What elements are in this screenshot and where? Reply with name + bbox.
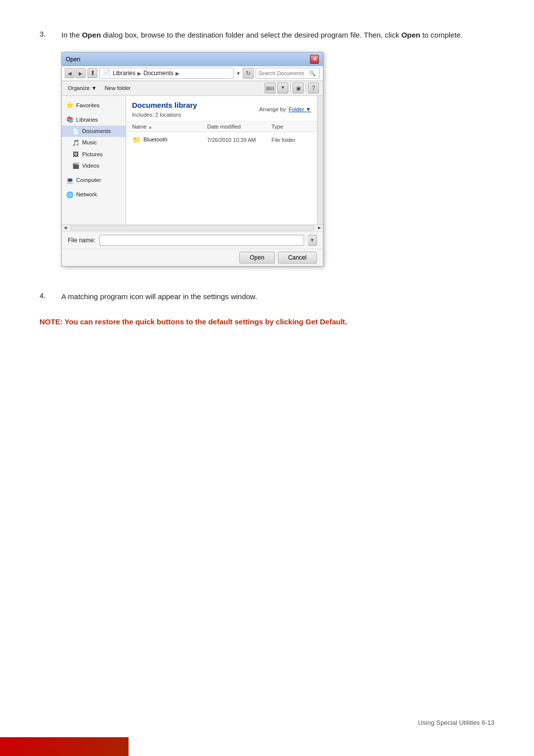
- panes-button[interactable]: ▣: [293, 83, 304, 93]
- cancel-button[interactable]: Cancel: [278, 252, 317, 264]
- sidebar-item-network[interactable]: 🌐 Network: [62, 189, 126, 200]
- folder-icon: 📁: [132, 135, 141, 144]
- help-button[interactable]: ?: [308, 83, 319, 93]
- sort-arrow: ▲: [148, 125, 152, 130]
- dialog-toolbar: Organize ▼ New folder ⊞⊟ ▼ ▣ ?: [62, 81, 323, 96]
- dialog-close-button[interactable]: ✕: [310, 55, 319, 64]
- scroll-right-button[interactable]: ▶: [316, 225, 323, 230]
- arrange-by-value[interactable]: Folder ▼: [289, 105, 311, 114]
- up-button[interactable]: ⬆: [88, 68, 97, 78]
- step3-bold1: Open: [82, 31, 101, 39]
- filename-label: File name:: [68, 236, 95, 245]
- step-3: 3. In the Open dialog box, browse to the…: [40, 30, 494, 277]
- library-header: Documents library Includes: 2 locations …: [126, 96, 317, 122]
- step-number-3: 3.: [40, 30, 53, 277]
- col-name-header[interactable]: Name ▲: [132, 123, 207, 131]
- addr-nav-buttons: ◀ ▶: [65, 68, 86, 78]
- sidebar-item-libraries[interactable]: 📚 Libraries: [62, 114, 126, 126]
- step3-bold2: Open: [401, 31, 420, 39]
- network-icon: 🌐: [66, 191, 74, 199]
- view-button[interactable]: ⊞⊟: [265, 83, 275, 93]
- path-libraries: Libraries: [113, 69, 135, 78]
- step3-text-middle: dialog box, browse to the destination fo…: [101, 31, 401, 39]
- sidebar-label-documents: Documents: [82, 127, 111, 135]
- dialog-wrapper: Open ✕ ◀ ▶ ⬆ 📄 Libraries ▶: [61, 52, 463, 267]
- file-item-bluetooth[interactable]: 📁 Bluetooth 7/26/2010 10:39 AM File fold…: [126, 134, 317, 146]
- path-chevron-2: ▶: [176, 70, 179, 77]
- dialog-titlebar: Open ✕: [62, 52, 323, 66]
- page-footer: Using Special Utilities 6-13: [418, 719, 494, 726]
- file-name-bluetooth: Bluetooth: [143, 135, 207, 144]
- sidebar-label-pictures: Pictures: [82, 150, 103, 159]
- vertical-scrollbar[interactable]: [317, 96, 323, 224]
- col-date-header[interactable]: Date modified: [207, 123, 271, 131]
- sidebar-label-music: Music: [82, 138, 97, 147]
- sidebar-label-favorites: Favorites: [76, 101, 99, 110]
- step-4: 4. A matching program icon will appear i…: [40, 291, 494, 303]
- step-3-text: In the Open dialog box, browse to the de…: [61, 30, 463, 277]
- col-name-label: Name: [132, 124, 146, 130]
- scroll-left-button[interactable]: ◀: [62, 225, 69, 230]
- toolbar-divider2: [306, 84, 306, 92]
- open-button[interactable]: Open: [239, 252, 274, 264]
- sidebar-label-libraries: Libraries: [76, 116, 98, 124]
- filename-input[interactable]: [99, 235, 304, 246]
- documents-icon: 📄: [72, 128, 80, 135]
- dialog-buttons-row: Open Cancel: [62, 249, 323, 266]
- dialog-sidebar: ⭐ Favorites 📚 Libraries 📄 Documents: [62, 96, 126, 224]
- sidebar-item-pictures[interactable]: 🖼 Pictures: [62, 149, 126, 160]
- search-input[interactable]: [258, 70, 308, 76]
- step3-text-after: to complete.: [420, 31, 463, 39]
- pictures-icon: 🖼: [72, 150, 80, 158]
- forward-button[interactable]: ▶: [76, 68, 86, 78]
- libraries-icon: 📚: [66, 116, 74, 124]
- footer-red-bar: [0, 737, 129, 756]
- search-box: 🔍: [256, 68, 320, 79]
- computer-icon: 💻: [66, 177, 74, 184]
- sidebar-item-music[interactable]: 🎵 Music: [62, 137, 126, 148]
- filename-dropdown-button[interactable]: ▼: [308, 235, 317, 246]
- path-chevron-1: ▶: [137, 70, 141, 77]
- music-icon: 🎵: [72, 139, 80, 147]
- path-icon: 📄: [103, 68, 111, 78]
- horizontal-scrollbar-track[interactable]: [71, 225, 314, 230]
- videos-icon: 🎬: [72, 162, 80, 170]
- arrange-by: Arrange by: Folder ▼: [259, 105, 311, 114]
- sidebar-item-computer[interactable]: 💻 Computer: [62, 175, 126, 186]
- refresh-button[interactable]: ↻: [243, 68, 254, 79]
- toolbar-divider: [290, 84, 291, 92]
- sidebar-item-favorites[interactable]: ⭐ Favorites: [62, 100, 126, 111]
- step3-text-before: In the: [61, 31, 82, 39]
- sidebar-label-computer: Computer: [76, 176, 101, 184]
- dialog-body: ⭐ Favorites 📚 Libraries 📄 Documents: [62, 96, 323, 224]
- note-bold: Get Default: [306, 317, 345, 326]
- library-title: Documents library: [132, 100, 197, 111]
- back-button[interactable]: ◀: [65, 68, 75, 78]
- note-text: You can restore the quick buttons to the…: [63, 317, 306, 326]
- dialog-title: Open: [66, 55, 80, 64]
- address-path[interactable]: 📄 Libraries ▶ Documents ▶: [99, 68, 234, 79]
- organize-button[interactable]: Organize ▼: [66, 84, 99, 92]
- file-list: 📁 Bluetooth 7/26/2010 10:39 AM File fold…: [126, 132, 317, 224]
- sidebar-item-documents[interactable]: 📄 Documents: [62, 126, 126, 137]
- sidebar-item-videos[interactable]: 🎬 Videos: [62, 160, 126, 172]
- step-number-4: 4.: [40, 291, 53, 303]
- library-subtitle: Includes: 2 locations: [132, 111, 197, 119]
- sidebar-label-videos: Videos: [82, 162, 99, 170]
- note-label: NOTE:: [40, 317, 63, 326]
- dropdown-arrow[interactable]: ▼: [236, 70, 241, 77]
- toolbar-right: ⊞⊟ ▼ ▣ ?: [265, 83, 319, 93]
- dialog-addressbar: ◀ ▶ ⬆ 📄 Libraries ▶ Documents ▶ ▼: [62, 66, 323, 81]
- new-folder-button[interactable]: New folder: [103, 84, 133, 92]
- file-type-bluetooth: File folder: [271, 136, 311, 144]
- favorites-icon: ⭐: [66, 101, 74, 109]
- dialog-main: Documents library Includes: 2 locations …: [126, 96, 317, 224]
- file-date-bluetooth: 7/26/2010 10:39 AM: [207, 136, 271, 144]
- step-4-text: A matching program icon will appear in t…: [61, 291, 257, 303]
- horizontal-scroll-area: ◀ ▶: [62, 224, 323, 231]
- view-dropdown-button[interactable]: ▼: [277, 83, 288, 93]
- path-documents: Documents: [143, 69, 174, 78]
- col-type-header[interactable]: Type: [271, 123, 311, 131]
- sidebar-label-network: Network: [76, 190, 97, 199]
- arrange-by-label: Arrange by:: [259, 105, 287, 114]
